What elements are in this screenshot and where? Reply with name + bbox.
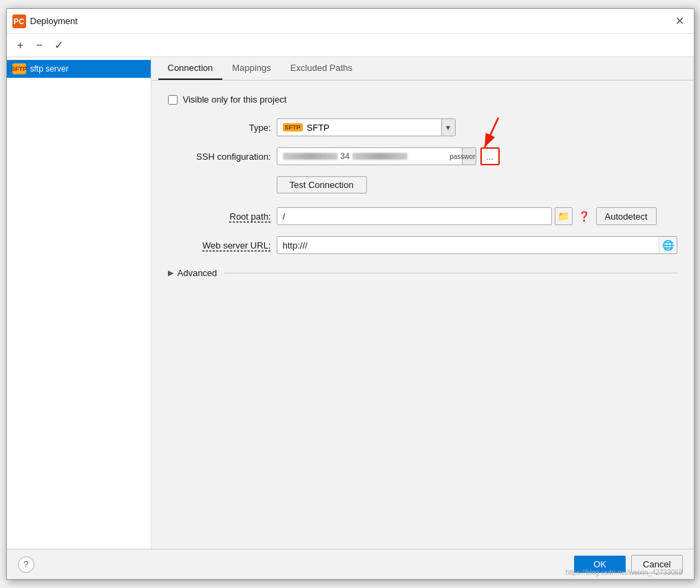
visible-only-checkbox[interactable]	[168, 95, 178, 105]
web-url-field: 🌐	[277, 236, 677, 254]
confirm-button[interactable]: ✓	[51, 37, 67, 54]
web-server-url-row: Web server URL: 🌐	[168, 236, 677, 254]
browse-ssh-button[interactable]: ...	[480, 147, 500, 165]
sftp-badge: SFTP	[283, 123, 303, 132]
form-content: Visible only for this project Type: SFTP…	[151, 81, 694, 549]
advanced-divider	[224, 273, 677, 273]
advanced-section[interactable]: ▶ Advanced	[168, 265, 677, 281]
ssh-host-blurred	[283, 153, 338, 160]
type-label: Type:	[168, 123, 271, 133]
tab-excluded-paths[interactable]: Excluded Paths	[281, 57, 362, 80]
sidebar-item-label: sftp server	[30, 64, 69, 74]
root-path-label-text: Root path:	[230, 211, 271, 222]
type-select-inner: SFTP SFTP	[277, 123, 441, 133]
ssh-config-label: SSH configuration:	[168, 151, 271, 162]
ssh-auth-type[interactable]: password ▼	[462, 148, 476, 165]
globe-icon: 🌐	[662, 240, 674, 251]
folder-icon: 📁	[558, 211, 569, 222]
root-path-browse-button[interactable]: 📁	[555, 207, 573, 225]
ssh-field[interactable]: 34 password ▼	[277, 147, 476, 165]
ssh-config-container: 34 password ▼ ...	[277, 147, 500, 165]
root-path-field[interactable]: /	[277, 207, 552, 225]
tab-mappings[interactable]: Mappings	[222, 57, 280, 80]
add-button[interactable]: +	[12, 37, 29, 54]
help-button[interactable]: ?	[18, 556, 34, 573]
app-icon: PC	[12, 14, 26, 28]
type-row: Type: SFTP SFTP ▼	[168, 118, 677, 136]
sftp-icon: SFTP	[12, 63, 26, 74]
title-bar: PC Deployment ✕	[7, 9, 694, 34]
main-layout: SFTP sftp server Connection Mappings Exc…	[7, 57, 694, 549]
root-path-container: / 📁 ❓ Autodetect	[277, 207, 657, 225]
web-server-url-label-text: Web server URL:	[202, 240, 271, 251]
test-connection-button[interactable]: Test Connection	[277, 176, 367, 193]
sidebar-item-sftp[interactable]: SFTP sftp server	[7, 60, 151, 78]
advanced-chevron-icon: ▶	[168, 269, 173, 277]
root-path-row: Root path: / 📁 ❓ Autodetect	[168, 207, 677, 225]
visible-only-label[interactable]: Visible only for this project	[183, 94, 287, 105]
web-server-url-label: Web server URL:	[168, 240, 271, 251]
tab-connection[interactable]: Connection	[158, 57, 223, 80]
ssh-host-blurred2	[352, 153, 407, 160]
root-path-value: /	[283, 211, 286, 222]
ssh-auth-label: password	[449, 153, 476, 160]
visible-only-row: Visible only for this project	[168, 94, 677, 105]
advanced-label: Advanced	[178, 268, 218, 278]
test-connection-row: Test Connection	[168, 176, 677, 193]
content-area: Connection Mappings Excluded Paths Visib…	[151, 57, 694, 549]
title-bar-left: PC Deployment	[12, 14, 78, 28]
autodetect-button[interactable]: Autodetect	[596, 207, 657, 225]
ssh-field-inner: 34	[277, 151, 462, 161]
remove-button[interactable]: −	[32, 37, 48, 54]
type-select[interactable]: SFTP SFTP ▼	[277, 118, 456, 136]
tab-bar: Connection Mappings Excluded Paths	[151, 57, 694, 81]
ssh-host-number: 34	[341, 151, 350, 161]
browse-dots-icon: ...	[486, 151, 494, 162]
globe-icon-button[interactable]: 🌐	[659, 237, 677, 253]
watermark: https://blog.csdn.net/weixin_42733068	[565, 569, 682, 576]
question-mark-icon: ❓	[578, 211, 590, 222]
toolbar: + − ✓	[7, 34, 694, 57]
root-path-help-button[interactable]: ❓	[575, 207, 593, 225]
sidebar: SFTP sftp server	[7, 57, 151, 549]
window-title: Deployment	[30, 16, 78, 26]
type-dropdown-arrow[interactable]: ▼	[441, 119, 455, 136]
web-url-input[interactable]	[277, 240, 659, 251]
close-button[interactable]: ✕	[672, 13, 688, 30]
type-value: SFTP	[307, 123, 330, 133]
root-path-label: Root path:	[168, 211, 271, 222]
ssh-config-row: SSH configuration: 34 password ▼	[168, 147, 677, 165]
deployment-dialog: PC Deployment ✕ + − ✓ SFTP sftp server C…	[6, 8, 694, 580]
